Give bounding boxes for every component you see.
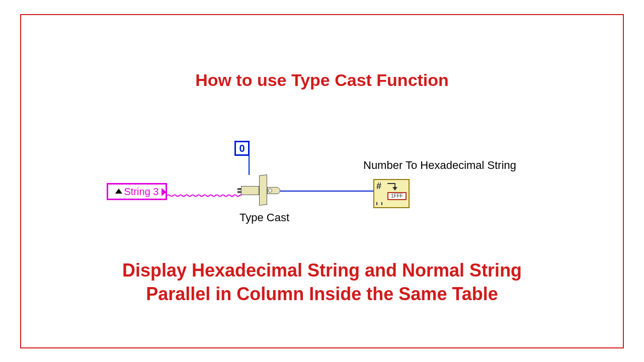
typecast-body-icon bbox=[259, 174, 267, 206]
terminal-output-triangle-icon bbox=[162, 188, 167, 196]
hex-sample-box: 1FFF bbox=[387, 192, 407, 200]
string-wire bbox=[167, 190, 242, 193]
block-diagram: String 3 0 Type Cast Number To Hexadecim… bbox=[107, 141, 539, 241]
subtitle-line-1: Display Hexadecimal String and Normal St… bbox=[122, 260, 522, 281]
convert-arrow-icon bbox=[387, 183, 397, 191]
slide-frame: How to use Type Cast Function String 3 0… bbox=[20, 14, 624, 348]
typecast-label: Type Cast bbox=[239, 211, 289, 224]
slide-title: How to use Type Cast Function bbox=[21, 70, 623, 90]
typecast-node bbox=[245, 175, 280, 205]
slide-subtitle: Display Hexadecimal String and Normal St… bbox=[21, 259, 623, 306]
hash-icon: # bbox=[376, 181, 381, 192]
local-variable-icon bbox=[115, 189, 122, 194]
typecast-socket-icon bbox=[268, 189, 272, 193]
numeric-wire-horizontal bbox=[280, 191, 373, 192]
output-terminal-icon bbox=[376, 202, 382, 205]
numeric-constant: 0 bbox=[234, 141, 250, 156]
number-to-hex-string-node: # 1FFF bbox=[373, 179, 410, 208]
numeric-wire-vertical bbox=[249, 156, 250, 175]
string-control-label: String 3 bbox=[124, 186, 159, 198]
typecast-input-plug-icon bbox=[241, 186, 259, 195]
hex-node-label: Number To Hexadecimal String bbox=[363, 159, 516, 172]
subtitle-line-2: Parallel in Column Inside the Same Table bbox=[146, 284, 498, 304]
string-control-terminal: String 3 bbox=[107, 183, 167, 200]
